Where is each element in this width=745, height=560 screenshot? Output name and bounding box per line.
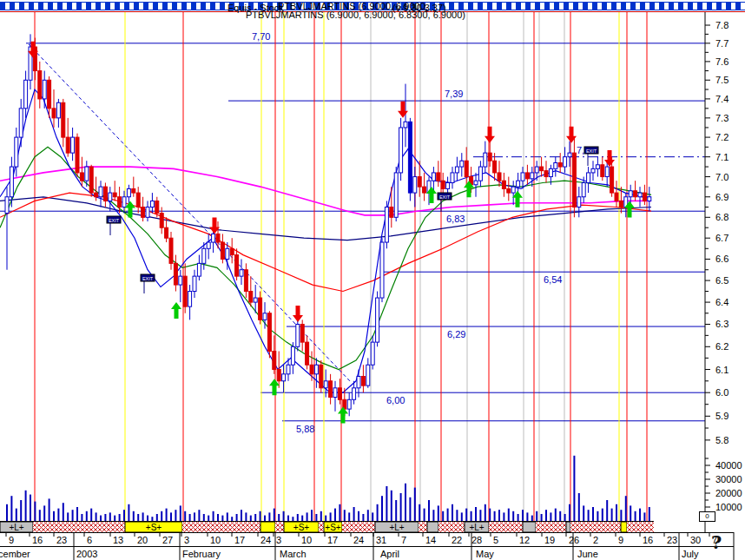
volume-tick-label: 40000: [715, 460, 742, 471]
ribbon-label: +S+: [325, 523, 341, 532]
volume-bar: [292, 517, 293, 521]
volume-bar: [189, 514, 191, 521]
candle: [314, 365, 318, 374]
candle: [643, 193, 646, 201]
candle: [310, 365, 313, 374]
candle: [408, 122, 412, 193]
volume-bar: [325, 516, 326, 521]
volume-bar: [161, 511, 162, 521]
date-tick-label: 23: [667, 535, 677, 545]
candle: [638, 193, 642, 197]
volume-bar: [34, 502, 36, 521]
candle: [85, 167, 89, 181]
support-level-label: 6,29: [447, 329, 465, 339]
volume-bar: [287, 516, 289, 521]
buy-arrow-icon: [512, 191, 523, 208]
volume-bar: [550, 512, 551, 521]
volume-bar: [649, 507, 650, 521]
volume-bar: [100, 516, 102, 521]
date-tick-label: 19: [544, 535, 555, 545]
volume-bar: [625, 496, 627, 521]
volume-bar: [428, 500, 430, 521]
signal-ribbon-segment-hatch: [182, 522, 260, 532]
candle: [38, 71, 42, 99]
candle: [249, 292, 253, 303]
candle: [446, 182, 450, 188]
candle: [324, 381, 327, 388]
volume-bar: [311, 510, 313, 521]
volume-bar: [479, 510, 481, 521]
volume-bar: [180, 505, 181, 521]
volume-tick-label: 30000: [715, 474, 742, 484]
candle: [347, 399, 351, 409]
sell-arrow-icon: [604, 150, 615, 167]
volume-bar: [90, 509, 92, 521]
price-tick-label: 7.1: [715, 152, 729, 162]
candle: [610, 167, 614, 193]
date-tick-label: 16: [643, 535, 653, 545]
candle: [89, 167, 93, 193]
price-tick-label: 6.2: [715, 341, 729, 352]
month-label: May: [476, 549, 494, 559]
candle: [235, 255, 239, 277]
candle: [24, 80, 28, 109]
chart-canvas[interactable]: 7,707,397,106,836,546,296,005,88EXITEXIT…: [0, 0, 745, 560]
volume-bar: [63, 503, 64, 521]
candle: [155, 201, 159, 213]
signal-ribbon-segment-short: [260, 522, 275, 532]
candle: [62, 102, 65, 137]
price-tick-label: 6.6: [715, 254, 729, 264]
candle: [629, 191, 632, 197]
volume-bar: [39, 510, 41, 521]
date-tick-label: 10: [210, 535, 221, 545]
sell-arrow-icon: [398, 102, 408, 118]
candle: [376, 298, 379, 342]
date-tick-label: 27: [162, 535, 173, 545]
candle: [174, 263, 177, 285]
volume-bar: [372, 512, 373, 521]
candle: [329, 381, 333, 398]
volume-bar: [569, 504, 570, 521]
candle: [404, 122, 407, 128]
volume-bar: [424, 509, 425, 521]
volume-bar: [231, 517, 233, 521]
candle: [399, 128, 403, 173]
candle: [136, 193, 140, 207]
candle: [320, 365, 323, 388]
price-tick-label: 5.9: [715, 411, 729, 421]
help-question-icon[interactable]: ?: [711, 531, 722, 553]
candle: [10, 167, 13, 197]
volume-bar: [53, 511, 55, 521]
price-tick-label: 7.5: [715, 75, 729, 85]
signal-ribbon-segment-hatch: [438, 522, 465, 532]
volume-bar: [545, 510, 547, 521]
month-label: December: [0, 549, 30, 559]
volume-bar: [639, 509, 641, 521]
candle: [615, 193, 618, 201]
candle: [296, 324, 300, 346]
volume-bar: [643, 512, 645, 521]
candle: [103, 187, 107, 201]
date-tick-label: 30: [690, 535, 701, 545]
candle: [15, 137, 18, 167]
date-tick-label: 24: [353, 535, 364, 545]
candle: [460, 161, 464, 167]
date-tick-label: 3: [184, 535, 189, 545]
volume-bar: [307, 512, 308, 521]
candle: [380, 242, 384, 298]
volume-bar: [76, 507, 78, 521]
candle: [572, 153, 576, 207]
candle: [146, 207, 149, 217]
exit-tag-label: EXIT: [586, 148, 597, 154]
candle: [132, 188, 135, 193]
volume-bar: [137, 514, 139, 521]
candle: [118, 197, 122, 208]
volume-bar: [536, 511, 537, 521]
signal-ribbon-segment-hatch: [570, 522, 621, 532]
signal-ribbon-segment-hatch: [627, 522, 654, 532]
volume-bar: [20, 500, 22, 521]
volume-bar: [104, 514, 106, 521]
candle: [43, 80, 46, 99]
candle: [517, 181, 520, 187]
price-tick-label: 7.7: [715, 38, 729, 49]
